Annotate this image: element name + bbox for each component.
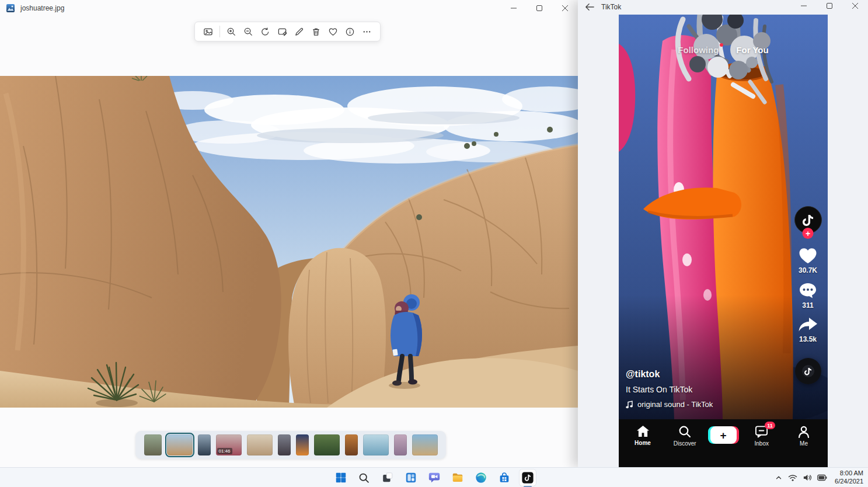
tab-following[interactable]: Following [678,45,719,55]
sound-disc[interactable] [795,358,821,384]
filmstrip[interactable]: 01:46 [135,431,446,459]
filmstrip-thumbnail-8[interactable] [314,434,340,455]
tiktok-titlebar: TikTok [578,0,868,14]
search-icon [358,472,370,484]
close-button[interactable] [552,0,578,16]
task-view-button[interactable] [379,469,396,486]
back-arrow-icon[interactable] [585,3,594,11]
zoom-in-icon[interactable] [223,23,240,40]
nav-discover[interactable]: Discover [668,425,702,467]
nav-me-label: Me [800,440,808,447]
video-caption: @tiktok It Starts On TikTok original sou… [626,369,713,409]
filmstrip-thumbnail-11[interactable] [394,434,407,455]
tiktok-bottom-nav: Home Discover + 11 Inbox Me [619,419,828,467]
filmstrip-thumbnail-5[interactable] [247,434,273,455]
caption-text: It Starts On TikTok [626,385,713,394]
sound-row[interactable]: original sound - TikTok [626,400,713,409]
joshuatree-photo-image [0,76,578,408]
edge-icon [475,471,487,484]
nav-inbox-label: Inbox [755,440,769,447]
photos-window-controls [501,0,578,16]
filmstrip-thumbnail-3[interactable] [198,434,211,455]
like-count[interactable]: 30.7K [799,266,817,274]
tiktok-window: TikTok [578,0,868,467]
store-button[interactable] [496,469,513,486]
volume-icon[interactable] [803,474,812,482]
share-count[interactable]: 13.5k [799,335,817,343]
photo-joshuatree[interactable] [0,76,578,408]
notification-dot [720,43,723,47]
maximize-button[interactable] [527,0,552,16]
favorite-icon[interactable] [325,23,341,40]
tab-for-you[interactable]: For You [736,45,768,55]
clock-time: 8:00 AM [835,469,863,478]
minimize-button[interactable] [501,0,527,16]
more-icon[interactable] [358,23,375,40]
file-explorer-button[interactable] [449,469,466,486]
photos-window-title: joshuatree.jpg [20,4,64,12]
like-heart-icon[interactable] [798,247,818,265]
filmstrip-thumbnail-10[interactable] [363,434,389,455]
wifi-icon[interactable] [788,474,797,482]
video-screen[interactable]: Following For You + 30.7K 311 [619,15,828,419]
nav-home[interactable]: Home [626,425,660,467]
tiktok-logo-icon [801,213,815,227]
zoom-out-icon[interactable] [240,23,257,40]
start-button[interactable] [333,469,349,486]
filmstrip-thumbnail-6[interactable] [278,434,291,455]
tiktok-taskbar-button[interactable] [520,469,536,486]
nav-me[interactable]: Me [787,425,821,467]
battery-icon[interactable] [817,474,827,481]
edge-button[interactable] [473,469,489,486]
sound-title: original sound - TikTok [637,400,713,409]
system-tray: 8:00 AM 6/24/2021 [775,468,863,487]
discover-icon [678,425,691,438]
photos-titlebar: joshuatree.jpg [0,0,578,16]
hidden-icons-chevron[interactable] [775,474,783,482]
filmstrip-thumbnail-12[interactable] [412,434,438,455]
clock-date: 6/24/2021 [835,478,863,486]
tiktok-window-title: TikTok [601,3,621,11]
music-note-icon [626,401,633,409]
delete-icon[interactable] [308,23,325,40]
nav-inbox[interactable]: 11 Inbox [745,425,779,467]
filmstrip-thumbnail-1[interactable] [144,434,162,455]
store-icon [498,471,511,484]
draw-icon[interactable] [291,23,308,40]
comment-count[interactable]: 311 [802,301,813,309]
filmstrip-thumbnail-2[interactable] [167,434,193,455]
filmstrip-thumbnail-4[interactable]: 01:46 [216,434,242,455]
crop-edit-icon[interactable] [274,23,291,40]
create-button[interactable]: + [710,426,737,444]
widgets-icon [405,471,417,484]
photos-window: joshuatree.jpg [0,0,578,467]
taskbar-clock[interactable]: 8:00 AM 6/24/2021 [832,469,863,486]
minimize-button[interactable] [791,0,817,13]
chat-button[interactable] [426,469,442,486]
windows-start-icon [334,471,347,484]
tiktok-video-player[interactable]: Following For You + 30.7K 311 [619,15,828,467]
task-view-icon [381,471,394,484]
filmstrip-thumbnail-7[interactable] [296,434,309,455]
toolbar-divider [219,26,220,37]
photos-toolbar [194,22,381,41]
feed-tabs: Following For You [619,45,828,55]
plus-icon: + [710,426,737,444]
share-icon[interactable] [798,317,818,333]
comment-icon[interactable] [799,282,817,300]
filmstrip-thumbnail-9[interactable] [345,434,358,455]
close-button[interactable] [842,0,868,13]
maximize-button[interactable] [817,0,842,13]
chat-icon [428,471,441,484]
search-button[interactable] [356,469,372,486]
see-all-photos-icon[interactable] [200,23,217,40]
rotate-icon[interactable] [257,23,274,40]
nav-discover-label: Discover [674,440,696,447]
tiktok-app-icon [521,471,534,484]
creator-avatar[interactable]: + [794,206,822,239]
follow-plus-button[interactable]: + [803,228,814,239]
info-icon[interactable] [341,23,358,40]
tab-following-label: Following [678,45,719,55]
creator-username[interactable]: @tiktok [626,369,713,380]
widgets-button[interactable] [403,469,419,486]
